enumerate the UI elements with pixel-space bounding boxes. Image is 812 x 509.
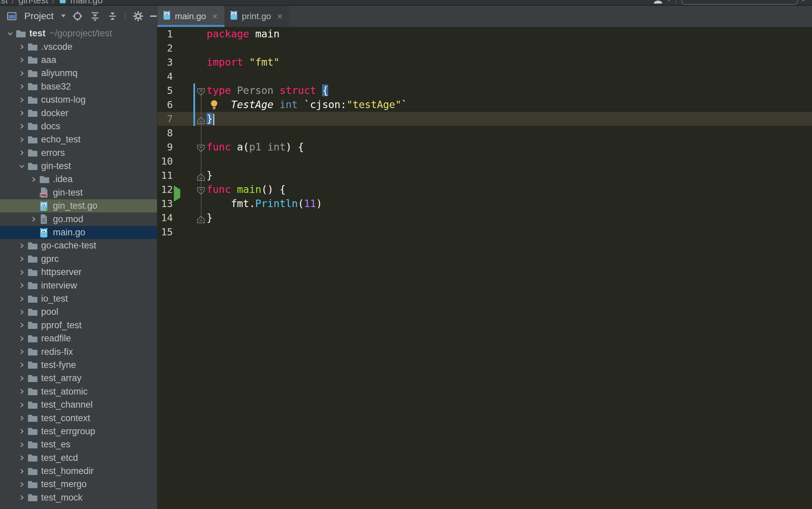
code-line[interactable]: 1package main — [157, 27, 812, 41]
line-number[interactable]: 7 — [157, 112, 173, 126]
line-number[interactable]: 14 — [157, 211, 173, 225]
chevron-down-icon[interactable] — [16, 163, 28, 170]
chevron-right-icon[interactable] — [16, 295, 28, 303]
code-pane[interactable]: 1package main23import "fmt"45type Person… — [157, 27, 812, 509]
chevron-right-icon[interactable] — [16, 348, 28, 355]
breadcrumb-item[interactable]: st — [1, 0, 8, 6]
chevron-right-icon[interactable] — [16, 109, 28, 117]
breadcrumb-item[interactable]: gin-test — [19, 0, 49, 6]
chevron-right-icon[interactable] — [16, 414, 28, 422]
line-number[interactable]: 3 — [157, 55, 173, 69]
tree-row[interactable]: YMLgin-test — [0, 186, 157, 199]
chevron-right-icon[interactable] — [16, 454, 28, 462]
tree-row[interactable]: test_etcd — [0, 451, 157, 465]
code-line[interactable]: 14} — [157, 211, 812, 225]
code-line[interactable]: 8 — [157, 126, 812, 140]
tree-row[interactable]: aliyunmq — [0, 67, 157, 80]
tree-row[interactable]: gin-test — [0, 160, 157, 173]
tree-row[interactable]: gin_test.go — [0, 199, 157, 212]
breadcrumb-item[interactable]: main.go — [70, 0, 103, 6]
fold-marker-icon[interactable] — [196, 86, 206, 95]
tree-row[interactable]: .vscode — [0, 40, 157, 53]
chevron-right-icon[interactable] — [16, 494, 28, 501]
chevron-right-icon[interactable] — [16, 282, 28, 289]
locate-file-icon[interactable] — [72, 10, 83, 22]
line-number[interactable]: 10 — [157, 154, 173, 168]
line-number[interactable]: 9 — [157, 140, 173, 154]
tree-row[interactable]: errors — [0, 146, 157, 160]
tree-row[interactable]: interview — [0, 279, 157, 292]
chevron-down-icon[interactable] — [61, 14, 66, 18]
line-number[interactable]: 15 — [157, 225, 173, 239]
tree-row[interactable]: pool — [0, 305, 157, 318]
tree-row[interactable]: io_test — [0, 292, 157, 305]
line-number[interactable]: 13 — [157, 197, 173, 211]
line-number[interactable]: 2 — [157, 41, 173, 55]
line-number[interactable]: 11 — [157, 168, 173, 182]
line-number[interactable]: 8 — [157, 126, 173, 140]
tab-close-icon[interactable]: × — [277, 11, 283, 22]
tree-row[interactable]: go-cache-test — [0, 239, 157, 252]
chevron-right-icon[interactable] — [16, 269, 28, 276]
tree-row[interactable]: gprc — [0, 252, 157, 266]
tree-row[interactable]: docs — [0, 120, 157, 133]
line-number[interactable]: 6 — [157, 98, 173, 112]
chevron-right-icon[interactable] — [16, 242, 28, 249]
chevron-right-icon[interactable] — [16, 308, 28, 316]
tree-row[interactable]: test_mergo — [0, 478, 157, 491]
fold-marker-icon[interactable] — [196, 143, 206, 152]
chevron-right-icon[interactable] — [16, 335, 28, 342]
tree-row[interactable]: test-fyne — [0, 359, 157, 372]
project-tool-icon[interactable] — [6, 10, 18, 22]
tree-row[interactable]: readfile — [0, 332, 157, 345]
tree-row[interactable]: test_channel — [0, 398, 157, 411]
tree-row[interactable]: test_homedir — [0, 465, 157, 478]
fold-marker-icon[interactable] — [196, 213, 206, 223]
chevron-down-icon[interactable] — [4, 30, 16, 37]
tree-row[interactable]: httpserver — [0, 266, 157, 279]
code-line[interactable]: 9func a(p1 int) { — [157, 140, 812, 154]
run-line-icon[interactable] — [174, 185, 180, 202]
run-config-select[interactable]: go build test/echo_test ▾ — [681, 0, 798, 5]
tree-row[interactable]: main.go — [0, 226, 157, 239]
tree-row[interactable]: custom-log — [0, 93, 157, 106]
tree-row[interactable]: test_errgroup — [0, 425, 157, 438]
run-play-button[interactable] — [803, 0, 810, 1]
line-number[interactable]: 12 — [157, 182, 173, 197]
tree-row[interactable]: pprof_test — [0, 319, 157, 332]
code-line[interactable]: 5type Person struct { — [157, 83, 812, 98]
collapse-all-icon[interactable] — [107, 10, 118, 22]
code-line[interactable]: 4 — [157, 69, 812, 83]
chevron-right-icon[interactable] — [16, 96, 28, 104]
chevron-right-icon[interactable] — [16, 70, 28, 77]
code-line[interactable]: 11} — [157, 168, 812, 182]
expand-all-icon[interactable] — [89, 10, 101, 22]
chevron-right-icon[interactable] — [16, 481, 28, 488]
tree-row[interactable]: test_mock — [0, 491, 157, 504]
tree-row[interactable]: echo_test — [0, 133, 157, 146]
tree-row[interactable]: test_atomic — [0, 385, 157, 398]
line-number[interactable]: 1 — [157, 27, 173, 41]
tree-row[interactable]: .idea — [0, 173, 157, 186]
vcs-change-bar[interactable] — [193, 83, 195, 126]
chevron-right-icon[interactable] — [16, 123, 28, 130]
tree-row[interactable]: redis-fix — [0, 345, 157, 358]
chevron-right-icon[interactable] — [16, 468, 28, 475]
chevron-right-icon[interactable] — [16, 401, 28, 409]
code-line[interactable]: 7} — [157, 112, 812, 126]
tree-row[interactable]: base32 — [0, 80, 157, 93]
hide-panel-icon[interactable] — [150, 15, 157, 17]
code-line[interactable]: 6 TestAge int `cjson:"testAge"` — [157, 98, 812, 112]
chevron-right-icon[interactable] — [28, 215, 39, 223]
tree-row[interactable]: test_array — [0, 372, 157, 385]
chevron-right-icon[interactable] — [16, 428, 28, 435]
settings-gear-icon[interactable] — [132, 10, 144, 22]
tab-close-icon[interactable]: × — [212, 11, 218, 22]
chevron-right-icon[interactable] — [16, 136, 28, 143]
chevron-right-icon[interactable] — [16, 149, 28, 157]
chevron-right-icon[interactable] — [16, 321, 28, 329]
chevron-right-icon[interactable] — [16, 388, 28, 395]
chevron-right-icon[interactable] — [16, 375, 28, 382]
fold-marker-icon[interactable] — [196, 171, 206, 180]
chevron-right-icon[interactable] — [16, 255, 28, 263]
